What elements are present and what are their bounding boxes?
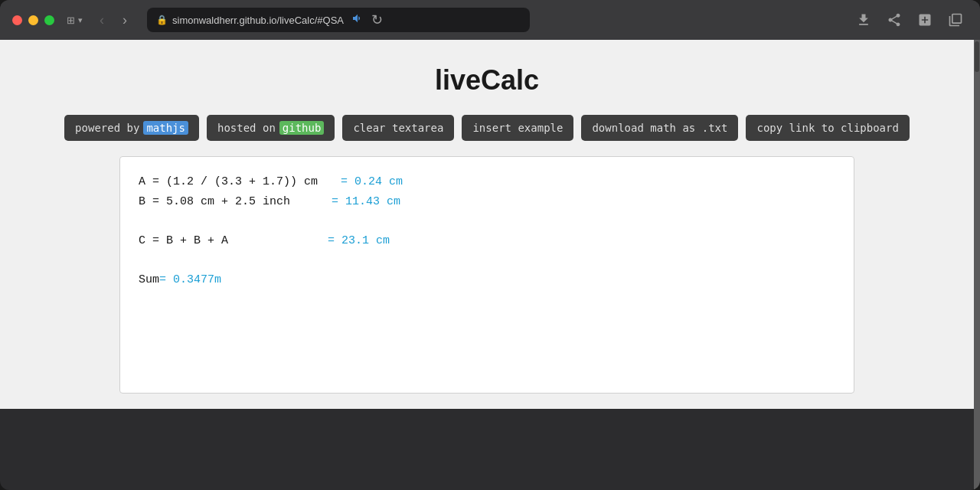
scrollbar-thumb[interactable] [975,41,979,72]
toolbar-right [851,9,968,31]
code-line-1: A = (1.2 / (3.3 + 1.7)) cm = 0.24 cm [139,172,835,192]
code-plain-6: Sum [139,270,159,290]
download-math-label: download math as .txt [592,122,727,134]
browser-content: liveCalc powered by mathjs hosted on git… [0,40,980,490]
lock-icon: 🔒 [156,15,168,25]
github-highlight: github [279,121,325,135]
action-toolbar: powered by mathjs hosted on github clear… [64,115,910,141]
clear-textarea-label: clear textarea [353,122,443,134]
download-button[interactable] [851,9,876,31]
hosted-on-button[interactable]: hosted on github [207,115,335,141]
back-button[interactable]: ‹ [95,9,109,31]
code-editor[interactable]: A = (1.2 / (3.3 + 1.7)) cm = 0.24 cm B =… [119,156,854,394]
page-scroll[interactable]: liveCalc powered by mathjs hosted on git… [0,40,974,490]
browser-window: ⊞ ▾ ‹ › 🔒 simonwaldherr.github.io/liveCa… [0,0,980,490]
url-text: simonwaldherr.github.io/liveCalc/#QSA [172,15,344,26]
code-result-1: = 0.24 cm [341,172,403,192]
sidebar-toggle-button[interactable]: ⊞ ▾ [64,11,86,29]
code-result-4: = 23.1 cm [328,231,390,251]
reload-icon: ↻ [371,11,383,28]
page-title: liveCalc [435,64,539,96]
insert-example-label: insert example [472,122,563,134]
minimize-button[interactable] [28,15,38,25]
code-line-3 [139,211,835,231]
share-button[interactable] [882,9,906,31]
code-line-4: C = B + B + A = 23.1 cm [139,231,835,251]
close-button[interactable] [12,15,22,25]
address-bar[interactable]: 🔒 simonwaldherr.github.io/liveCalc/#QSA … [147,8,530,32]
powered-by-button[interactable]: powered by mathjs [64,115,199,141]
download-math-button[interactable]: download math as .txt [581,115,738,141]
code-plain-1: A = (1.2 / (3.3 + 1.7)) cm [139,172,318,192]
powered-by-text: powered by [75,122,139,134]
reload-button[interactable]: ↻ [370,11,384,28]
code-plain-2: B = 5.08 cm + 2.5 inch [139,192,290,212]
mathjs-highlight: mathjs [143,121,188,135]
copy-link-label: copy link to clipboard [756,122,898,134]
traffic-lights [12,15,54,25]
title-bar: ⊞ ▾ ‹ › 🔒 simonwaldherr.github.io/liveCa… [0,0,980,40]
new-tab-button[interactable] [913,9,937,31]
code-result-6: = 0.3477m [159,270,221,290]
fullscreen-button[interactable] [44,15,54,25]
code-result-2: = 11.43 cm [332,192,400,212]
forward-icon: › [122,12,127,28]
insert-example-button[interactable]: insert example [462,115,573,141]
code-line-6: Sum = 0.3477m [139,270,835,290]
code-plain-4: C = B + B + A [139,231,228,251]
audio-icon[interactable] [351,12,364,28]
copy-link-button[interactable]: copy link to clipboard [746,115,909,141]
page-content: liveCalc powered by mathjs hosted on git… [0,40,974,409]
scrollbar-track[interactable] [974,40,980,490]
tabs-button[interactable] [943,9,968,31]
hosted-on-text: hosted on [217,122,276,134]
code-line-2: B = 5.08 cm + 2.5 inch = 11.43 cm [139,192,835,212]
sidebar-icon: ⊞ [67,15,75,26]
clear-textarea-button[interactable]: clear textarea [342,115,454,141]
forward-button[interactable]: › [118,9,132,31]
back-icon: ‹ [100,12,104,28]
sidebar-chevron-icon: ▾ [78,15,83,25]
code-line-5 [139,250,835,270]
